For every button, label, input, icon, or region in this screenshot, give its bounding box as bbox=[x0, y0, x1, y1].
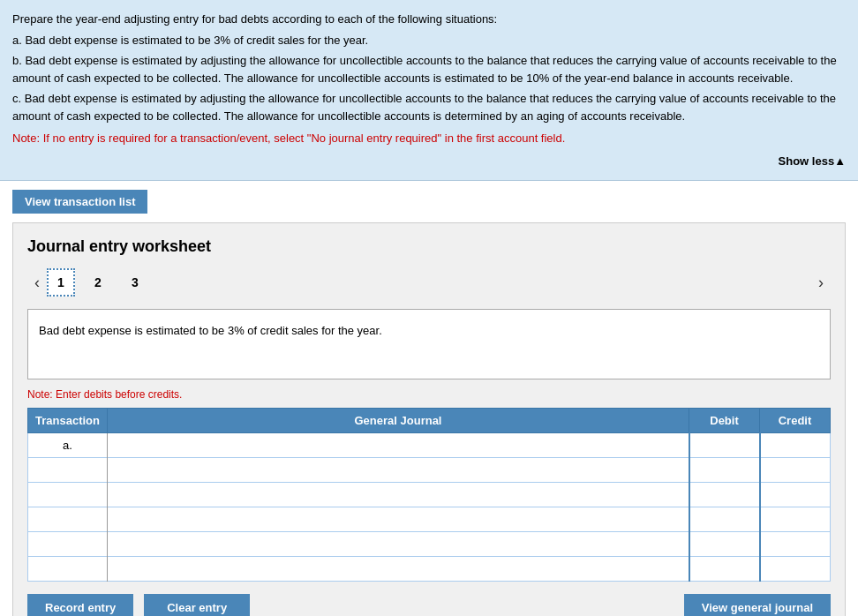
table-row bbox=[28, 458, 831, 483]
journal-table: Transaction General Journal Debit Credit… bbox=[27, 408, 831, 582]
tab-2[interactable]: 2 bbox=[84, 268, 112, 297]
col-credit: Credit bbox=[760, 409, 831, 433]
debit-input-0[interactable] bbox=[690, 433, 759, 457]
journal-input-4[interactable] bbox=[108, 532, 689, 556]
journal-input-1[interactable] bbox=[108, 458, 689, 482]
tab-navigation: ‹ 1 2 3 › bbox=[27, 268, 831, 297]
action-buttons: Record entry Clear entry View general jo… bbox=[27, 594, 831, 616]
debit-input-3[interactable] bbox=[690, 507, 759, 531]
clear-entry-button[interactable]: Clear entry bbox=[144, 594, 250, 616]
journal-cell-1[interactable] bbox=[108, 458, 689, 483]
debit-input-2[interactable] bbox=[690, 483, 759, 507]
journal-cell-5[interactable] bbox=[108, 557, 689, 582]
credit-cell-2[interactable] bbox=[760, 483, 831, 507]
credit-cell-3[interactable] bbox=[760, 507, 831, 532]
debit-cell-4[interactable] bbox=[689, 532, 760, 557]
instructions-item-a: a. Bad debt expense is estimated to be 3… bbox=[12, 32, 846, 49]
journal-cell-4[interactable] bbox=[108, 532, 689, 557]
credit-cell-5[interactable] bbox=[760, 557, 831, 582]
table-row bbox=[28, 557, 831, 582]
journal-input-3[interactable] bbox=[108, 507, 689, 531]
debit-cell-3[interactable] bbox=[689, 507, 760, 532]
view-general-journal-button[interactable]: View general journal bbox=[684, 594, 831, 616]
col-transaction: Transaction bbox=[28, 409, 108, 433]
instructions-panel: Prepare the year-end adjusting entry for… bbox=[0, 0, 858, 181]
debit-cell-5[interactable] bbox=[689, 557, 760, 582]
journal-cell-2[interactable] bbox=[108, 483, 689, 507]
transaction-cell-2 bbox=[28, 483, 108, 507]
credit-cell-1[interactable] bbox=[760, 458, 831, 483]
transaction-cell-0: a. bbox=[28, 433, 108, 458]
instructions-item-c: c. Bad debt expense is estimated by adju… bbox=[12, 90, 846, 124]
tab-1[interactable]: 1 bbox=[47, 268, 75, 297]
transaction-cell-5 bbox=[28, 557, 108, 582]
debit-cell-0[interactable] bbox=[689, 433, 760, 458]
col-general-journal: General Journal bbox=[108, 409, 689, 433]
debit-input-5[interactable] bbox=[690, 557, 759, 581]
transaction-cell-4 bbox=[28, 532, 108, 557]
credit-cell-0[interactable] bbox=[760, 433, 831, 458]
credit-input-3[interactable] bbox=[761, 507, 831, 531]
next-tab-arrow[interactable]: › bbox=[811, 274, 831, 292]
journal-cell-0[interactable] bbox=[108, 433, 689, 458]
view-transaction-button[interactable]: View transaction list bbox=[12, 190, 147, 214]
transaction-cell-1 bbox=[28, 458, 108, 483]
table-row bbox=[28, 507, 831, 532]
credit-input-5[interactable] bbox=[761, 557, 831, 581]
credit-cell-4[interactable] bbox=[760, 532, 831, 557]
worksheet-title: Journal entry worksheet bbox=[27, 237, 831, 256]
instructions-item-b: b. Bad debt expense is estimated by adju… bbox=[12, 52, 846, 86]
journal-input-5[interactable] bbox=[108, 557, 689, 581]
debit-input-4[interactable] bbox=[690, 532, 759, 556]
col-debit: Debit bbox=[689, 409, 760, 433]
show-less-button[interactable]: Show less▲ bbox=[12, 153, 846, 170]
instructions-note: Note: If no entry is required for a tran… bbox=[12, 130, 846, 147]
worksheet-container: Journal entry worksheet ‹ 1 2 3 › Bad de… bbox=[12, 222, 846, 616]
journal-cell-3[interactable] bbox=[108, 507, 689, 532]
tab-3[interactable]: 3 bbox=[121, 268, 149, 297]
credit-input-2[interactable] bbox=[761, 483, 831, 507]
credit-input-0[interactable] bbox=[761, 433, 831, 457]
instructions-intro: Prepare the year-end adjusting entry for… bbox=[12, 11, 846, 28]
debit-cell-2[interactable] bbox=[689, 483, 760, 507]
debit-cell-1[interactable] bbox=[689, 458, 760, 483]
description-box: Bad debt expense is estimated to be 3% o… bbox=[27, 309, 831, 379]
debit-input-1[interactable] bbox=[690, 458, 759, 482]
credit-input-1[interactable] bbox=[761, 458, 831, 482]
table-row bbox=[28, 483, 831, 507]
record-entry-button[interactable]: Record entry bbox=[27, 594, 133, 616]
table-row bbox=[28, 532, 831, 557]
journal-input-2[interactable] bbox=[108, 483, 689, 507]
transaction-cell-3 bbox=[28, 507, 108, 532]
note-debits: Note: Enter debits before credits. bbox=[27, 388, 831, 401]
credit-input-4[interactable] bbox=[761, 532, 831, 556]
prev-tab-arrow[interactable]: ‹ bbox=[27, 274, 47, 292]
journal-input-0[interactable] bbox=[108, 433, 689, 457]
table-row: a. bbox=[28, 433, 831, 458]
